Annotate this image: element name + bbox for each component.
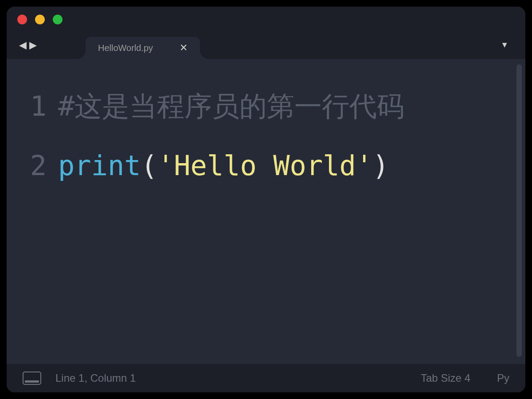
code-content: print('Hello World')	[58, 149, 389, 182]
nav-arrows: ◀ ▶	[16, 39, 37, 59]
close-tab-icon[interactable]: ✕	[180, 42, 188, 54]
comment-token: #这是当程序员的第一行代码	[58, 90, 404, 123]
paren-token: (	[141, 149, 157, 182]
editor-window: ◀ ▶ HelloWorld.py ✕ ▼ 1 #这是当程序员的第一行代码 2 …	[7, 7, 525, 392]
line-number: 1	[20, 90, 47, 123]
paren-token: )	[372, 149, 389, 182]
code-line: 1 #这是当程序员的第一行代码	[20, 90, 512, 123]
cursor-position[interactable]: Line 1, Column 1	[55, 372, 136, 384]
panel-toggle-icon[interactable]	[23, 372, 41, 385]
status-bar: Line 1, Column 1 Tab Size 4 Py	[7, 364, 525, 392]
language-indicator[interactable]: Py	[497, 372, 509, 384]
titlebar	[7, 7, 525, 32]
keyword-token: print	[58, 149, 141, 182]
minimize-window-button[interactable]	[35, 15, 45, 24]
tab-filename: HelloWorld.py	[98, 43, 153, 53]
file-tab[interactable]: HelloWorld.py ✕	[86, 37, 200, 59]
traffic-lights	[17, 15, 63, 24]
string-token: 'Hello World'	[157, 149, 372, 182]
code-line: 2 print('Hello World')	[20, 149, 512, 182]
line-number: 2	[20, 149, 47, 182]
maximize-window-button[interactable]	[53, 15, 63, 24]
nav-back-icon[interactable]: ◀	[19, 39, 27, 51]
status-right: Tab Size 4 Py	[421, 372, 509, 384]
tab-overflow-icon[interactable]: ▼	[501, 40, 509, 50]
vertical-scrollbar[interactable]	[516, 64, 522, 357]
tab-bar: ◀ ▶ HelloWorld.py ✕ ▼	[7, 32, 525, 59]
nav-forward-icon[interactable]: ▶	[29, 39, 37, 51]
code-editor[interactable]: 1 #这是当程序员的第一行代码 2 print('Hello World')	[7, 59, 525, 364]
tab-size-indicator[interactable]: Tab Size 4	[421, 372, 470, 384]
close-window-button[interactable]	[17, 15, 27, 24]
